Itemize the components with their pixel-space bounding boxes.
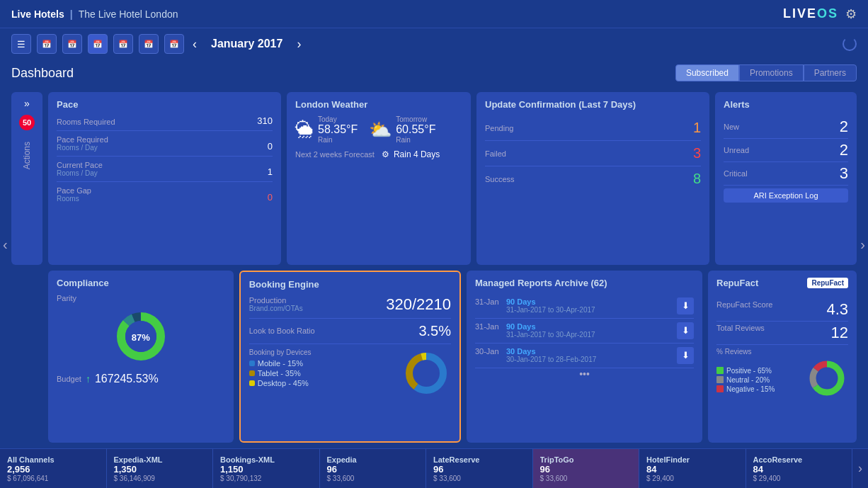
channel-amount-4: $ 33,600 bbox=[433, 475, 525, 482]
more-dots: ••• bbox=[475, 368, 694, 380]
channel-bookings-xml[interactable]: Bookings-XML 1,150 $ 30,790,132 bbox=[213, 449, 320, 488]
prev-month-button[interactable]: ‹ bbox=[190, 37, 200, 52]
mobile-label: Mobile - 15% bbox=[258, 359, 303, 368]
pace-value-3: 0 bbox=[268, 192, 273, 203]
channel-triptogo[interactable]: TripToGo 96 $ 33,600 bbox=[533, 449, 640, 488]
cal-icon-3[interactable]: 📅 bbox=[88, 34, 108, 54]
channel-hotelfinder[interactable]: HotelFinder 84 $ 29,400 bbox=[639, 449, 746, 488]
parity-label: Parity bbox=[57, 294, 225, 302]
channel-count-1: 1,350 bbox=[114, 464, 206, 475]
alert-value-0: 2 bbox=[840, 118, 848, 136]
mobile-dot-icon bbox=[249, 361, 255, 366]
alerts-title: Alerts bbox=[724, 99, 848, 110]
channel-name-1: Expedia-XML bbox=[114, 455, 206, 464]
channel-amount-6: $ 29,400 bbox=[646, 475, 738, 482]
month-label: January 2017 bbox=[211, 38, 282, 50]
forecast-row: Next 2 weeks Forecast ⚙ Rain 4 Days bbox=[295, 149, 462, 159]
be-prod-label: Production Brand.com/OTAs bbox=[249, 296, 303, 312]
channel-accoreserve[interactable]: AccoReserve 84 $ 29,400 bbox=[746, 449, 853, 488]
header-right: LIVEOS ⚙ bbox=[783, 6, 857, 22]
tab-promotions[interactable]: Promotions bbox=[739, 64, 804, 81]
report-range-0: 31-Jan-2017 to 30-Apr-2017 bbox=[506, 306, 671, 314]
channel-amount-7: $ 29,400 bbox=[753, 475, 845, 482]
channel-name-4: LateReserve bbox=[433, 455, 525, 464]
update-value-1: 3 bbox=[693, 145, 701, 161]
tab-partners[interactable]: Partners bbox=[804, 64, 857, 81]
download-button-0[interactable]: ⬇ bbox=[677, 297, 694, 314]
repu-fact-card: RepuFact RepuFact RepuFact Score 4.3 Tot… bbox=[708, 271, 857, 443]
forecast-text: Rain 4 Days bbox=[394, 149, 440, 159]
be-prod-value: 320/2210 bbox=[386, 295, 451, 314]
alert-value-2: 3 bbox=[840, 164, 848, 183]
header-left: Live Hotels | The Live Hotel London bbox=[11, 8, 178, 20]
report-range-2: 30-Jan-2017 to 28-Feb-2017 bbox=[506, 356, 671, 363]
channel-all-channels[interactable]: All Channels 2,956 $ 67,096,641 bbox=[0, 449, 107, 488]
forecast-info: ⚙ Rain 4 Days bbox=[382, 149, 440, 159]
right-nav-arrow[interactable]: › bbox=[860, 236, 865, 252]
tablet-dot-icon bbox=[249, 370, 255, 376]
actions-badge[interactable]: 50 bbox=[19, 115, 35, 130]
pace-row-0: Rooms Required 310 bbox=[57, 115, 273, 131]
sub-header: Dashboard Subscribed Promotions Partners bbox=[0, 59, 868, 86]
settings-icon[interactable]: ⚙ bbox=[845, 6, 857, 22]
bottom-bar: All Channels 2,956 $ 67,096,641 Expedia-… bbox=[0, 448, 868, 488]
channel-expedia-xml[interactable]: Expedia-XML 1,350 $ 36,146,909 bbox=[107, 449, 214, 488]
update-title: Update Confirmation (Last 7 Days) bbox=[485, 99, 701, 110]
pace-row-2: Current Pace Rooms / Day 1 bbox=[57, 161, 273, 182]
weather-card: London Weather 🌦 Today 58.35°F Rain ⛅ To… bbox=[287, 92, 471, 265]
update-label-2: Success bbox=[485, 175, 515, 183]
expand-button[interactable]: » bbox=[24, 98, 30, 109]
positive-dot-icon bbox=[716, 367, 724, 374]
budget-label: Budget bbox=[57, 375, 81, 383]
left-nav-arrow[interactable]: ‹ bbox=[3, 236, 8, 252]
weather-today-info: Today 58.35°F Rain bbox=[318, 115, 358, 144]
pace-value-2: 1 bbox=[268, 166, 273, 177]
repu-score-value: 4.3 bbox=[826, 300, 848, 319]
pace-value-1: 0 bbox=[268, 141, 273, 152]
update-row-1: Failed 3 bbox=[485, 141, 701, 166]
compliance-card: Compliance Parity 87% Budget ↑ 167 bbox=[48, 271, 234, 443]
download-button-2[interactable]: ⬇ bbox=[677, 347, 694, 364]
alert-label-1: Unread bbox=[724, 146, 749, 154]
cal-icon-6[interactable]: 📅 bbox=[164, 34, 184, 54]
alert-row-1: Unread 2 bbox=[724, 139, 848, 162]
tablet-label: Tablet - 35% bbox=[258, 369, 301, 378]
header: Live Hotels | The Live Hotel London LIVE… bbox=[0, 0, 868, 28]
channel-latereserve[interactable]: LateReserve 96 $ 33,600 bbox=[426, 449, 533, 488]
channel-amount-5: $ 33,600 bbox=[540, 475, 632, 482]
tab-subscribed[interactable]: Subscribed bbox=[675, 64, 739, 81]
cal-icon-2[interactable]: 📅 bbox=[62, 34, 82, 54]
donut-label: 87% bbox=[132, 332, 150, 343]
update-value-0: 1 bbox=[693, 120, 701, 136]
channel-expedia[interactable]: Expedia 96 $ 33,600 bbox=[320, 449, 427, 488]
ari-exception-log-button[interactable]: ARI Exception Log bbox=[724, 188, 848, 203]
next-month-button[interactable]: › bbox=[294, 37, 304, 52]
neutral-label: Neutral - 20% bbox=[726, 376, 770, 384]
alert-row-0: New 2 bbox=[724, 115, 848, 139]
pct-reviews-label: % Reviews bbox=[716, 348, 848, 356]
device-mobile: Mobile - 15% bbox=[249, 359, 312, 368]
alert-label-2: Critical bbox=[724, 169, 748, 178]
budget-value: 167245.53% bbox=[95, 373, 159, 385]
channel-count-7: 84 bbox=[753, 464, 845, 475]
repu-reviews-value: 12 bbox=[831, 324, 848, 342]
cal-icon-4[interactable]: 📅 bbox=[113, 34, 133, 54]
row2: Compliance Parity 87% Budget ↑ 167 bbox=[11, 271, 857, 443]
weather-tomorrow: ⛅ Tomorrow 60.55°F Rain bbox=[369, 115, 435, 144]
weather-sun-icon: ⛅ bbox=[369, 119, 392, 141]
report-info-0: 90 Days 31-Jan-2017 to 30-Apr-2017 bbox=[506, 297, 671, 314]
download-button-1[interactable]: ⬇ bbox=[677, 322, 694, 339]
logo-os: OS bbox=[817, 6, 838, 21]
bottom-next-button[interactable]: › bbox=[852, 449, 868, 488]
devices-legend: Booking by Devices Mobile - 15% Tablet -… bbox=[249, 348, 312, 400]
reviews-legend: Positive - 65% Neutral - 20% Negative - … bbox=[716, 367, 775, 395]
cal-icon-1[interactable]: 📅 bbox=[37, 34, 57, 54]
cal-icon-5[interactable]: 📅 bbox=[139, 34, 159, 54]
weather-row: 🌦 Today 58.35°F Rain ⛅ Tomorrow 60.55°F … bbox=[295, 115, 462, 144]
be-look-label: Look to Book Ratio bbox=[249, 327, 315, 335]
device-donut-svg bbox=[401, 348, 451, 398]
actions-label: Actions bbox=[22, 142, 32, 169]
menu-icon[interactable]: ☰ bbox=[11, 34, 31, 54]
forecast-label: Next 2 weeks Forecast bbox=[295, 150, 375, 159]
parity-donut: 87% bbox=[57, 308, 225, 367]
